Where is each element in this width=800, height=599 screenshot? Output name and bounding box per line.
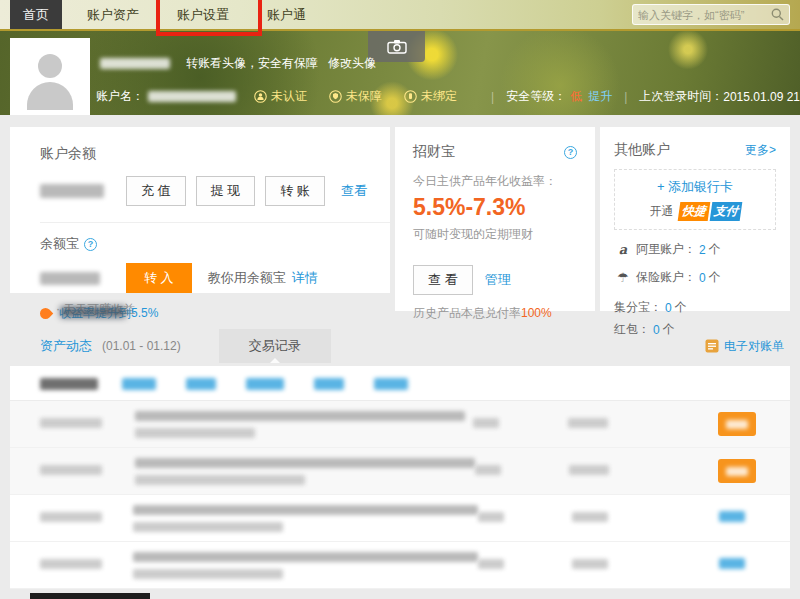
blurred-filter-link[interactable] [122,378,156,390]
e-statement-link[interactable]: 电子对账单 [724,338,784,355]
last-login-time: 2015.01.09 21:20:32 [723,90,800,104]
zhaocaibao-manage-link[interactable]: 管理 [485,271,511,289]
yuebao-detail-link[interactable]: 详情 [292,269,318,287]
blurred-filter-label [40,378,98,390]
quickpay-logo-part1: 快捷 [677,202,710,221]
blurred-status [568,418,608,428]
blurred-filter-link[interactable] [374,378,408,390]
balance-card: 账户余额 充 值 提 现 转 账 查看 余额宝 转 入 [10,127,390,293]
jifenbao-label: 集分宝： [614,299,662,316]
blurred-desc [135,428,255,438]
security-level-label: 安全等级： [506,88,566,105]
quick-pay-row[interactable]: 开通 快捷 支付 [619,202,771,221]
unit: 个 [709,269,721,286]
blurred-row-link[interactable] [719,511,745,522]
blurred-desc [135,458,475,468]
badge-not-verified[interactable]: 未认证 [254,88,307,105]
statement-doc-icon [705,339,719,353]
search-icon[interactable] [771,8,784,21]
jifenbao-count[interactable]: 0 [665,301,672,315]
more-link[interactable]: 更多> [745,142,776,159]
phone-circle-icon [404,90,417,103]
table-filter-row [10,366,790,401]
badge-label: 未认证 [271,88,307,105]
add-bank-card-link[interactable]: + 添加银行卡 [619,178,771,196]
blurred-filter-link[interactable] [246,378,284,390]
rocket-icon [38,306,54,322]
blurred-button-label [726,467,748,476]
table-row[interactable] [10,401,790,448]
add-bank-card-box: + 添加银行卡 开通 快捷 支付 [614,169,776,230]
blurred-row-link[interactable] [719,558,745,569]
avatar[interactable] [10,38,90,115]
avatar-head-shape [38,54,62,78]
blurred-amount [475,465,501,475]
separator: | [491,90,494,104]
table-row[interactable] [10,495,790,542]
insurance-account-label: 保险账户： [636,269,696,286]
badge-not-bound[interactable]: 未绑定 [404,88,457,105]
table-row[interactable] [10,542,790,589]
ali-icon: a [614,242,632,257]
change-avatar-camera-button[interactable] [368,31,425,62]
table-row[interactable] [10,448,790,495]
e-statement[interactable]: 电子对账单 [705,338,784,355]
badge-label: 未绑定 [421,88,457,105]
yuebao-section: 余额宝 转 入 教你用余额宝 详情 收益率提升到5.5% [40,222,390,322]
open-label: 开通 [650,203,674,220]
tab-trade-records[interactable]: 交易记录 [219,329,331,363]
insurance-account-item: ☂ 保险账户： 0 个 [614,269,776,286]
ali-account-count[interactable]: 2 [699,243,706,257]
search-input[interactable] [638,9,771,21]
blurred-date [40,559,102,569]
view-balance-link[interactable]: 查看 [341,182,367,200]
nav-tab-assets[interactable]: 账户资产 [74,0,152,29]
help-icon[interactable] [84,238,97,251]
rate-desc: 可随时变现的定期理财 [413,226,577,243]
avatar-tip-row: 转账看头像，安全有保障 修改头像 [100,55,376,72]
blurred-filter-link[interactable] [314,378,344,390]
user-circle-icon [254,90,267,103]
yuebao-actions-row: 转 入 教你用余额宝 详情 [40,263,390,293]
balance-title: 账户余额 [40,145,390,163]
history-rate-row: 历史产品本息兑付率100% [413,305,577,322]
avatar-body-shape [27,82,73,110]
nav-tab-home[interactable]: 首页 [10,0,62,29]
transactions-table [10,366,790,589]
nav-tab-settings[interactable]: 账户设置 [164,0,242,29]
search-box[interactable] [632,4,790,25]
badge-not-insured[interactable]: 未保障 [329,88,382,105]
yuebao-title-row: 余额宝 [40,235,390,253]
zhaocaibao-view-button[interactable]: 查 看 [413,265,473,295]
zhaocaibao-actions: 查 看 管理 [413,265,577,295]
recharge-button[interactable]: 充 值 [126,176,186,206]
edit-avatar-link[interactable]: 修改头像 [328,55,376,72]
zhaocaibao-card: 招财宝 今日主供产品年化收益率： 5.5%-7.3% 可随时变现的定期理财 查 … [395,127,595,311]
blurred-amount [478,512,504,522]
history-value: 100% [521,306,552,320]
insurance-account-count[interactable]: 0 [699,271,706,285]
asset-activity-link[interactable]: 资产动态 [40,337,92,355]
balance-actions-row: 充 值 提 现 转 账 查看 [40,176,390,206]
camera-icon [387,39,407,54]
ali-account-label: 阿里账户： [636,241,696,258]
row-action-button[interactable] [718,459,756,483]
help-icon[interactable] [564,146,577,159]
blurred-status [572,512,608,522]
umbrella-icon: ☂ [614,270,632,285]
row-action-button[interactable] [718,412,756,436]
withdraw-button[interactable]: 提 现 [196,176,256,206]
nav-tab-zhanghutong[interactable]: 账户通 [254,0,319,29]
account-info-row: 账户名： 未认证 未保障 未绑定 | 安全等级： 低 [96,88,800,105]
blurred-yuebao-amount [40,272,100,285]
blurred-filter-link[interactable] [186,378,216,390]
unit: 个 [709,241,721,258]
blurred-desc [133,569,283,579]
security-upgrade-link[interactable]: 提升 [588,88,612,105]
balance-column: 账户余额 充 值 提 现 转 账 查看 余额宝 转 入 [10,127,390,318]
blurred-date [40,418,102,428]
blurred-desc [133,505,478,515]
transfer-button[interactable]: 转 账 [265,176,325,206]
transfer-in-button[interactable]: 转 入 [126,263,192,293]
ali-account-item: a 阿里账户： 2 个 [614,241,776,258]
